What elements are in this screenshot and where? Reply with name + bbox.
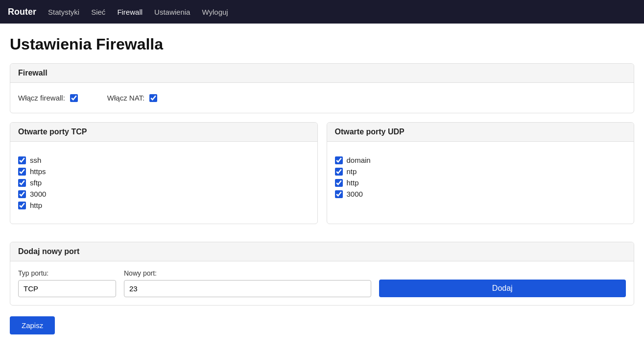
port-type-label: Typ portu: — [18, 269, 116, 277]
firewall-card-header: Firewall — [10, 64, 634, 83]
nav-statystyki[interactable]: Statystyki — [48, 8, 79, 16]
udp-port-list: domainntphttp3000 — [335, 150, 626, 205]
tcp-port-list: sshhttpssftp3000http — [18, 150, 310, 216]
brand-label: Router — [8, 7, 36, 17]
udp-port-checkbox[interactable] — [335, 190, 343, 198]
nav-ustawienia[interactable]: Ustawienia — [154, 8, 190, 16]
tcp-port-item: 3000 — [18, 188, 310, 200]
udp-port-name: ntp — [347, 167, 357, 176]
tcp-port-checkbox[interactable] — [18, 202, 26, 209]
tcp-port-name: http — [30, 201, 42, 209]
udp-port-name: http — [347, 179, 359, 187]
udp-card: Otwarte porty UDP domainntphttp3000 — [327, 122, 635, 224]
tcp-port-item: https — [18, 166, 310, 177]
enable-firewall-label: Włącz firewall: — [18, 94, 65, 102]
tcp-port-checkbox[interactable] — [18, 156, 26, 164]
tcp-port-name: 3000 — [30, 190, 46, 198]
add-port-card-header: Dodaj nowy port — [10, 242, 634, 261]
tcp-port-name: https — [30, 167, 46, 176]
tcp-port-item: ssh — [18, 154, 310, 166]
udp-port-checkbox[interactable] — [335, 168, 343, 176]
tcp-port-checkbox[interactable] — [18, 168, 26, 176]
udp-port-checkbox[interactable] — [335, 156, 343, 164]
udp-port-item: ntp — [335, 166, 626, 177]
nav-wyloguj[interactable]: Wyloguj — [202, 8, 228, 16]
firewall-card: Firewall Włącz firewall: Włącz NAT: — [10, 63, 634, 113]
port-type-input[interactable] — [18, 280, 116, 297]
tcp-card: Otwarte porty TCP sshhttpssftp3000http — [10, 122, 318, 224]
udp-port-name: 3000 — [347, 190, 363, 198]
tcp-port-name: sftp — [30, 179, 42, 187]
nav-firewall[interactable]: Firewall — [117, 8, 143, 16]
udp-port-item: http — [335, 177, 626, 188]
udp-port-item: 3000 — [335, 188, 626, 200]
udp-port-item: domain — [335, 154, 626, 166]
tcp-port-item: http — [18, 200, 310, 211]
tcp-port-checkbox[interactable] — [18, 190, 26, 198]
page-title: Ustawienia Firewalla — [10, 35, 634, 53]
tcp-port-checkbox[interactable] — [18, 179, 26, 187]
add-port-card: Dodaj nowy port Typ portu: Nowy port: Do… — [10, 242, 634, 306]
new-port-input[interactable] — [124, 280, 371, 297]
udp-port-checkbox[interactable] — [335, 179, 343, 187]
tcp-card-header: Otwarte porty TCP — [10, 123, 317, 142]
nav-siec[interactable]: Sieć — [91, 8, 105, 16]
add-port-button[interactable]: Dodaj — [379, 280, 626, 297]
tcp-port-name: ssh — [30, 156, 41, 164]
enable-nat-label: Włącz NAT: — [107, 94, 144, 102]
save-button[interactable]: Zapisz — [10, 316, 55, 334]
enable-firewall-checkbox[interactable] — [70, 94, 78, 102]
enable-nat-checkbox[interactable] — [149, 94, 157, 102]
tcp-port-item: sftp — [18, 177, 310, 188]
udp-card-header: Otwarte porty UDP — [327, 123, 634, 142]
udp-port-name: domain — [347, 156, 371, 164]
new-port-label: Nowy port: — [124, 269, 371, 277]
